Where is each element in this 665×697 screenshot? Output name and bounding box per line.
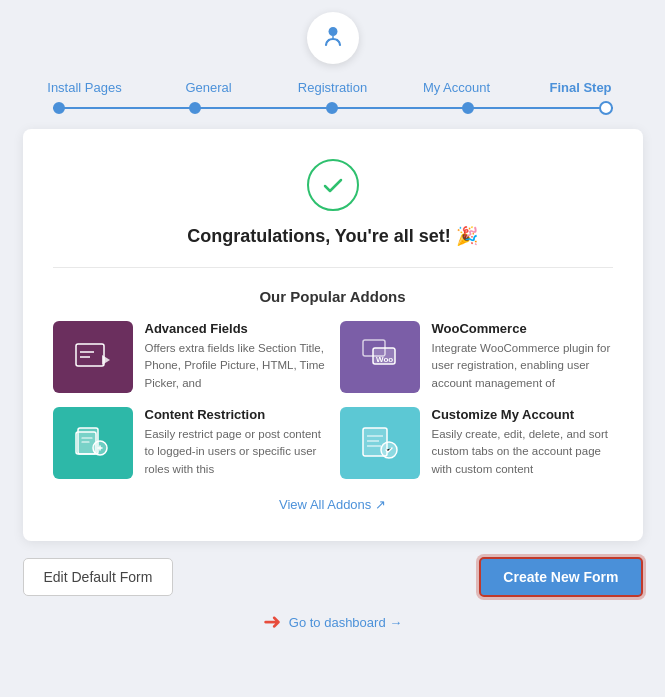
addon-info-woo: WooCommerce Integrate WooCommerce plugin…	[432, 321, 613, 392]
addon-info-customize: Customize My Account Easily create, edit…	[432, 407, 613, 478]
step-dot-2	[189, 102, 201, 114]
addon-thumb-restriction[interactable]	[53, 407, 133, 479]
congrats-section: Congratulations, You're all set! 🎉	[53, 159, 613, 268]
step-label-registration[interactable]: Registration	[271, 80, 395, 95]
step-dot-4	[462, 102, 474, 114]
addons-grid: Advanced Fields Offers extra fields like…	[53, 321, 613, 479]
customize-account-icon	[355, 418, 405, 468]
addon-info-advanced: Advanced Fields Offers extra fields like…	[145, 321, 326, 392]
addon-thumb-advanced[interactable]	[53, 321, 133, 393]
addon-item-customize: Customize My Account Easily create, edit…	[340, 407, 613, 479]
svg-rect-0	[76, 344, 104, 366]
advanced-fields-icon	[68, 332, 118, 382]
addon-item-woo: Woo WooCommerce Integrate WooCommerce pl…	[340, 321, 613, 393]
steps-track	[23, 101, 643, 115]
addon-name-woo: WooCommerce	[432, 321, 613, 336]
main-card: Congratulations, You're all set! 🎉 Our P…	[23, 129, 643, 541]
logo-wrap	[307, 12, 359, 64]
addon-desc-restriction: Easily restrict page or post content to …	[145, 426, 326, 478]
addon-info-restriction: Content Restriction Easily restrict page…	[145, 407, 326, 478]
addon-name-restriction: Content Restriction	[145, 407, 326, 422]
wizard-steps: Install Pages General Registration My Ac…	[23, 80, 643, 115]
dashboard-link-wrap: ➜ Go to dashboard →	[263, 611, 402, 633]
step-dot-5	[599, 101, 613, 115]
addon-name-advanced: Advanced Fields	[145, 321, 326, 336]
svg-marker-3	[102, 355, 110, 365]
step-dot-3	[326, 102, 338, 114]
go-to-dashboard-link[interactable]: Go to dashboard →	[289, 615, 402, 630]
step-label-myaccount[interactable]: My Account	[395, 80, 519, 95]
steps-labels: Install Pages General Registration My Ac…	[23, 80, 643, 95]
edit-default-form-button[interactable]: Edit Default Form	[23, 558, 174, 596]
addon-thumb-customize[interactable]	[340, 407, 420, 479]
addons-title: Our Popular Addons	[53, 288, 613, 305]
check-circle	[307, 159, 359, 211]
card-footer: Edit Default Form Create New Form	[23, 557, 643, 597]
addon-item-restriction: Content Restriction Easily restrict page…	[53, 407, 326, 479]
content-restriction-icon	[68, 418, 118, 468]
addon-thumb-woo[interactable]: Woo	[340, 321, 420, 393]
view-all-addons-link[interactable]: View All Addons ↗	[53, 495, 613, 513]
woocommerce-icon: Woo	[355, 332, 405, 382]
addon-name-customize: Customize My Account	[432, 407, 613, 422]
arrow-right-icon: ➜	[263, 611, 281, 633]
check-icon	[321, 173, 345, 197]
step-dot-1	[53, 102, 65, 114]
create-new-form-button[interactable]: Create New Form	[479, 557, 642, 597]
congrats-title: Congratulations, You're all set! 🎉	[187, 225, 478, 247]
logo-circle	[307, 12, 359, 64]
addon-item-advanced: Advanced Fields Offers extra fields like…	[53, 321, 326, 393]
step-label-install[interactable]: Install Pages	[23, 80, 147, 95]
logo-icon	[318, 23, 348, 53]
addon-desc-advanced: Offers extra fields like Section Title, …	[145, 340, 326, 392]
addons-section: Our Popular Addons Advanced Fields Offer…	[53, 288, 613, 513]
svg-text:Woo: Woo	[376, 355, 393, 364]
addon-desc-woo: Integrate WooCommerce plugin for user re…	[432, 340, 613, 392]
step-label-finalstep[interactable]: Final Step	[519, 80, 643, 95]
view-all-addons-anchor[interactable]: View All Addons ↗	[279, 497, 386, 512]
step-label-general[interactable]: General	[147, 80, 271, 95]
addon-desc-customize: Easily create, edit, delete, and sort cu…	[432, 426, 613, 478]
